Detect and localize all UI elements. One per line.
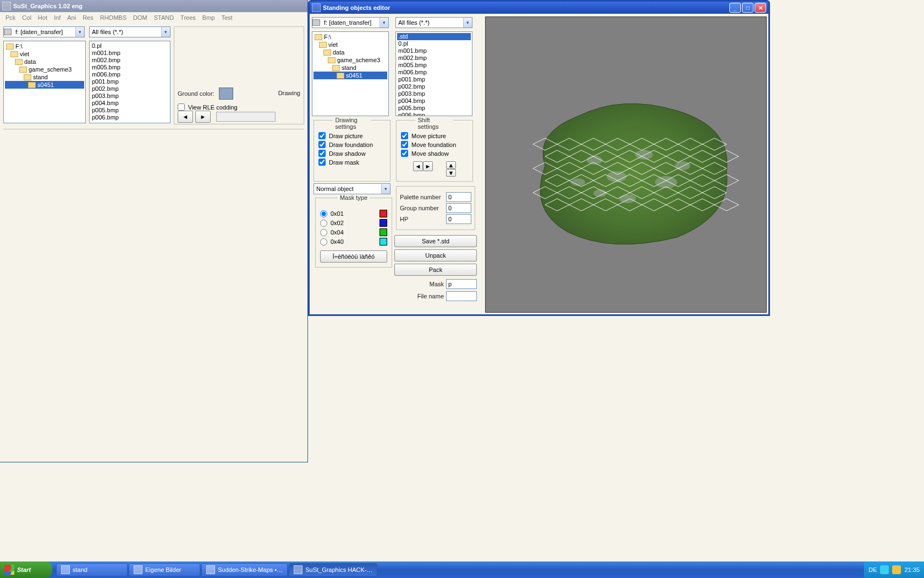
- tree-viet[interactable]: viet: [314, 41, 387, 48]
- tree-scheme[interactable]: game_scheme3: [314, 56, 387, 64]
- folder-tree-1[interactable]: F:\ viet data game_scheme3 stand s0451: [3, 41, 86, 123]
- tree-data[interactable]: data: [5, 58, 84, 66]
- preview-canvas[interactable]: [485, 17, 767, 313]
- pack-button[interactable]: Pack: [394, 264, 477, 276]
- mask-0x01-radio[interactable]: [320, 210, 327, 217]
- tree-root[interactable]: F:\: [5, 42, 84, 50]
- tree-s0451[interactable]: s0451: [314, 72, 387, 79]
- tree-s0451[interactable]: s0451: [5, 81, 84, 89]
- filename-input[interactable]: [446, 291, 477, 301]
- menu-pck[interactable]: Pck: [2, 13, 19, 22]
- menu-inf[interactable]: Inf: [51, 13, 64, 22]
- next-button[interactable]: ►: [195, 111, 211, 123]
- list-item[interactable]: m005.bmp: [397, 62, 471, 69]
- lang-indicator[interactable]: DE: [868, 566, 877, 573]
- slider-track[interactable]: [216, 112, 276, 122]
- list-item[interactable]: p004.bmp: [91, 100, 169, 107]
- menu-res[interactable]: Res: [79, 13, 97, 22]
- menu-dom[interactable]: DOM: [130, 13, 151, 22]
- list-item[interactable]: m001.bmp: [397, 47, 471, 54]
- menu-stand[interactable]: STAND: [151, 13, 177, 22]
- tree-scheme[interactable]: game_scheme3: [5, 66, 84, 73]
- chevron-down-icon[interactable]: [161, 27, 170, 37]
- system-tray[interactable]: DE 21:35: [864, 561, 924, 578]
- tree-root[interactable]: F:\: [314, 33, 387, 41]
- list-item[interactable]: p006.bmp: [397, 112, 471, 116]
- list-item[interactable]: .std: [397, 33, 471, 40]
- menu-hot[interactable]: Hot: [35, 13, 51, 22]
- list-item[interactable]: p001.bmp: [397, 76, 471, 83]
- draw-foundation-check[interactable]: [318, 141, 326, 148]
- list-item[interactable]: 0.pl: [397, 40, 471, 47]
- tree-data[interactable]: data: [314, 48, 387, 56]
- taskbar-item-bilder[interactable]: Eigene Bilder: [129, 563, 200, 576]
- menu-rhombs[interactable]: RHOMBS: [97, 13, 130, 22]
- list-item[interactable]: p005.bmp: [91, 107, 169, 114]
- start-button[interactable]: Start: [0, 561, 52, 578]
- list-item[interactable]: m006.bmp: [91, 71, 169, 78]
- list-item[interactable]: 0.pl: [91, 42, 169, 50]
- minimize-button[interactable]: _: [729, 3, 741, 13]
- shift-down-button[interactable]: ▼: [446, 169, 456, 177]
- clear-mask-button[interactable]: Î÷èñòèòü ìàñêó: [320, 250, 387, 263]
- drive-combo-1[interactable]: f: [daten_transfer]: [3, 26, 85, 37]
- tray-shield-icon[interactable]: [892, 565, 901, 574]
- list-item[interactable]: p001.bmp: [91, 78, 169, 85]
- folder-tree-2[interactable]: F:\ viet data game_scheme3 stand s0451: [312, 31, 389, 116]
- palette-input[interactable]: [446, 192, 471, 202]
- tree-stand[interactable]: stand: [5, 73, 84, 81]
- list-item[interactable]: p002.bmp: [397, 83, 471, 90]
- list-item[interactable]: m005.bmp: [91, 64, 169, 71]
- file-list-1[interactable]: 0.pl m001.bmp m002.bmp m005.bmp m006.bmp…: [89, 41, 170, 123]
- move-foundation-check[interactable]: [401, 141, 408, 148]
- prev-button[interactable]: ◄: [178, 111, 193, 123]
- drive-combo-2[interactable]: f: [daten_transfer]: [312, 17, 389, 28]
- taskbar-item-stand[interactable]: stand: [56, 563, 128, 576]
- draw-picture-check[interactable]: [318, 132, 326, 139]
- menu-trees[interactable]: Trees: [177, 13, 199, 22]
- file-list-2[interactable]: .std 0.pl m001.bmp m002.bmp m005.bmp m00…: [395, 31, 472, 116]
- menu-col[interactable]: Col: [19, 13, 35, 22]
- close-button[interactable]: ✕: [755, 3, 766, 13]
- chevron-down-icon[interactable]: [381, 184, 390, 194]
- list-item[interactable]: p003.bmp: [397, 90, 471, 97]
- tray-icon[interactable]: [880, 565, 889, 574]
- chevron-down-icon[interactable]: [75, 27, 84, 37]
- mask-0x02-radio[interactable]: [320, 220, 327, 227]
- group-input[interactable]: [446, 203, 471, 213]
- save-std-button[interactable]: Save *.std: [394, 235, 477, 247]
- unpack-button[interactable]: Unpack: [394, 249, 477, 261]
- move-shadow-check[interactable]: [401, 150, 408, 157]
- move-picture-check[interactable]: [401, 132, 408, 139]
- ground-color-swatch[interactable]: [219, 88, 233, 100]
- draw-mask-check[interactable]: [318, 159, 326, 166]
- maximize-button[interactable]: □: [742, 3, 754, 13]
- list-item[interactable]: m001.bmp: [91, 50, 169, 57]
- tree-viet[interactable]: viet: [5, 50, 84, 58]
- menu-ani[interactable]: Ani: [64, 13, 79, 22]
- draw-shadow-check[interactable]: [318, 150, 326, 157]
- chevron-down-icon[interactable]: [463, 18, 472, 28]
- shift-up-button[interactable]: ▲: [446, 161, 456, 169]
- shift-left-button[interactable]: ◄: [413, 161, 423, 171]
- list-item[interactable]: m002.bmp: [397, 54, 471, 62]
- hp-input[interactable]: [446, 214, 471, 224]
- mask-0x04-radio[interactable]: [320, 229, 327, 236]
- shift-right-button[interactable]: ►: [423, 161, 433, 171]
- clock[interactable]: 21:35: [904, 566, 920, 573]
- taskbar-item-browser[interactable]: Sudden-Strike-Maps •…: [201, 563, 288, 576]
- filter-combo-1[interactable]: All files (*.*): [89, 26, 170, 37]
- taskbar-item-sust[interactable]: SuSt_Graphics HACK-…: [289, 563, 377, 576]
- view-rle-checkbox[interactable]: [178, 103, 185, 111]
- tree-stand[interactable]: stand: [314, 64, 387, 72]
- list-item[interactable]: p006.bmp: [91, 114, 169, 121]
- list-item[interactable]: p002.bmp: [91, 85, 169, 92]
- object-type-combo[interactable]: Normal object: [314, 183, 391, 194]
- menu-test[interactable]: Test: [218, 13, 235, 22]
- list-item[interactable]: m006.bmp: [397, 69, 471, 76]
- menu-bmp[interactable]: Bmp: [199, 13, 218, 22]
- filter-combo-2[interactable]: All files (*.*): [395, 17, 472, 28]
- chevron-down-icon[interactable]: [380, 18, 388, 28]
- titlebar-win2[interactable]: Standing objects editor _ □ ✕: [310, 2, 768, 14]
- list-item[interactable]: p004.bmp: [397, 97, 471, 105]
